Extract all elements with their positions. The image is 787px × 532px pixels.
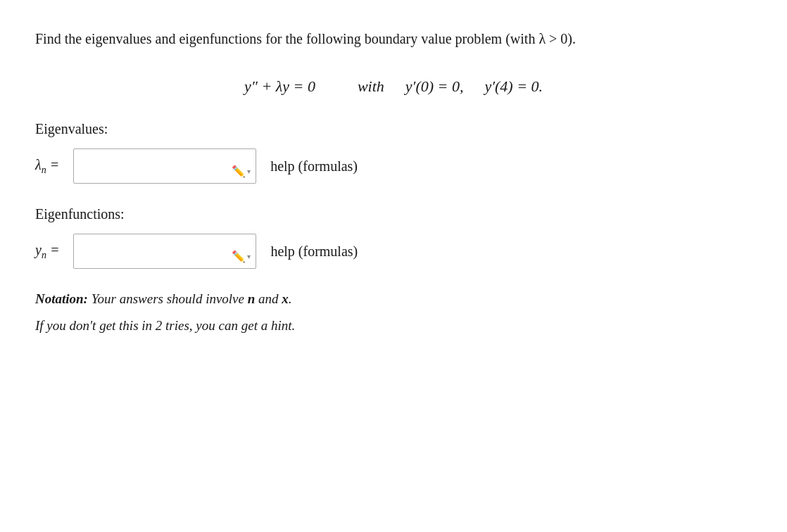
eigenfunctions-input-row: yn = ✏️▾ help (formulas)	[35, 234, 752, 269]
eigenfunctions-input-wrapper: ✏️▾	[73, 234, 256, 269]
eigenfunctions-input[interactable]	[73, 234, 256, 269]
notation-n: n	[248, 291, 256, 306]
problem-intro: Find the eigenvalues and eigenfunctions …	[35, 28, 669, 49]
boundary-conditions: with y′(0) = 0, y′(4) = 0.	[358, 77, 543, 96]
lambda-label: λn =	[35, 157, 59, 176]
problem-container: Find the eigenvalues and eigenfunctions …	[35, 28, 752, 334]
notation-end: .	[289, 291, 292, 306]
notation-x: x	[282, 291, 289, 306]
eigenfunctions-label: Eigenfunctions:	[35, 206, 752, 222]
eigenfunctions-help-link[interactable]: help (formulas)	[270, 243, 358, 260]
eigenvalues-input-row: λn = ✏️▾ help (formulas)	[35, 148, 752, 184]
notation-line: Notation: Your answers should involve n …	[35, 291, 752, 307]
notation-and: and	[255, 291, 282, 306]
eigenvalues-help-link[interactable]: help (formulas)	[270, 158, 358, 175]
eigenvalues-input-wrapper: ✏️▾	[73, 148, 256, 184]
eigenvalues-input[interactable]	[73, 148, 256, 184]
hint-line: If you don't get this in 2 tries, you ca…	[35, 318, 752, 334]
condition1: y′(0) = 0,	[405, 77, 464, 96]
condition2: y′(4) = 0.	[484, 77, 543, 96]
math-display: y″ + λy = 0 with y′(0) = 0, y′(4) = 0.	[35, 77, 752, 96]
intro-text: Find the eigenvalues and eigenfunctions …	[35, 31, 576, 46]
yn-label: yn =	[35, 242, 59, 261]
notation-bold-label: Notation:	[35, 291, 88, 306]
main-equation: y″ + λy = 0	[244, 77, 315, 96]
pencil-dropdown-icon-2[interactable]: ✏️▾	[232, 250, 251, 263]
eigenvalues-label: Eigenvalues:	[35, 121, 752, 137]
equation-text: y″ + λy = 0	[244, 77, 315, 95]
notation-text-part: Your answers should involve	[88, 291, 248, 306]
pencil-dropdown-icon[interactable]: ✏️▾	[232, 165, 251, 178]
with-label: with	[358, 77, 384, 96]
